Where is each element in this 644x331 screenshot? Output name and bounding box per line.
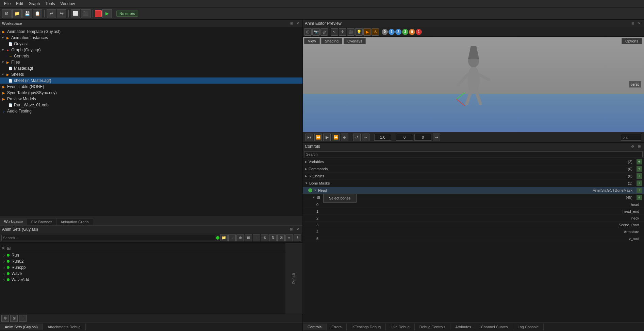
controls-expand-icon[interactable]: ⊞ (637, 144, 642, 149)
bottom-tab-iktestings[interactable]: IKTestings Debug (347, 324, 386, 330)
anim-sets-extra-btn[interactable]: ≡ (285, 234, 293, 241)
commands-add-btn[interactable]: + (637, 166, 642, 172)
pb-end-btn[interactable]: ⏭ (341, 134, 348, 141)
menu-graph[interactable]: Graph (26, 1, 43, 7)
anim-sets-grid-btn[interactable]: :: (253, 234, 260, 241)
pb-search-input[interactable] (621, 134, 641, 141)
undo-button[interactable]: ↩ (47, 9, 56, 18)
ctrl-row-bone-2[interactable]: 2 neck (303, 215, 644, 222)
paste-button[interactable]: ⬛ (81, 9, 90, 18)
anim-item-runcpp[interactable]: ▷ Runcpp (0, 264, 285, 271)
viewport-options-btn[interactable]: Options (622, 38, 642, 44)
anim-icon-3[interactable]: ⋮ (19, 315, 27, 322)
anim-sets-merge-btn[interactable]: ⊗ (261, 234, 268, 241)
menu-tools[interactable]: Tools (43, 1, 57, 7)
anim-sets-remove-btn[interactable]: ⊞ (245, 234, 252, 241)
anim-sets-expand-icon[interactable]: ⊞ (288, 227, 294, 232)
ctrl-row-bone-masks[interactable]: ▼ Bone Masks (1) + (303, 180, 644, 187)
tree-item-master-agf[interactable]: 📄 Master.agf (0, 65, 302, 71)
ctrl-row-variables[interactable]: ▶ Variables (2) + (303, 158, 644, 166)
vp-move-icon[interactable]: ✛ (339, 28, 346, 36)
ctrl-row-commands[interactable]: ▶ Commands (0) + (303, 166, 644, 173)
ctrl-row-bone-4[interactable]: 4 Armature (303, 228, 644, 235)
viewport-view-btn[interactable]: View (304, 38, 320, 44)
anim-close-btn[interactable]: ✕ (1, 245, 5, 251)
anim-item-run[interactable]: ▷ Run (0, 252, 285, 258)
redo-button[interactable]: ↪ (57, 9, 66, 18)
tab-workspace[interactable]: Workspace (0, 218, 27, 225)
anim-grid-icon[interactable]: ⊞ (7, 245, 11, 251)
bl-add-btn[interactable]: + (637, 195, 642, 200)
vp-num-2[interactable]: 2 (395, 29, 401, 35)
ik-chains-add-btn[interactable]: + (637, 173, 642, 179)
anim-tab-attachments[interactable]: Attachments Debug (43, 324, 86, 330)
vp-num-3[interactable]: 3 (402, 29, 408, 35)
save-as-button[interactable]: 📋 (33, 9, 42, 18)
viewport-shading-btn[interactable]: Shading (321, 38, 342, 44)
anim-item-run02[interactable]: ▷ Run02 (0, 258, 285, 264)
vp-select-icon[interactable]: ↖ (331, 28, 338, 36)
anim-tab-anim-sets[interactable]: Anim Sets (Guy.asi) (0, 324, 43, 330)
head-add-btn[interactable]: + (637, 188, 642, 193)
anim-sets-extra2-btn[interactable]: ⋮ (294, 234, 301, 241)
bottom-tab-errors[interactable]: Errors (327, 324, 347, 330)
workspace-close-icon[interactable]: ✕ (295, 21, 300, 26)
anim-sets-close-icon[interactable]: ✕ (295, 227, 300, 232)
tree-item-sheet-master[interactable]: 📄 sheet (in Master.agf) (0, 77, 302, 84)
bottom-tab-live-debug[interactable]: Live Debug (386, 324, 415, 330)
bone-masks-add-btn[interactable]: + (637, 180, 642, 186)
tree-item-sheets[interactable]: ▼ ▶ Sheets (0, 71, 302, 77)
tree-item-preview-models[interactable]: ▶ Preview Models (0, 96, 302, 102)
copy-button[interactable]: ⬜ (71, 9, 80, 18)
vp-warn-icon[interactable]: ⚠ (371, 28, 379, 36)
tab-file-browser[interactable]: File Browser (27, 218, 56, 225)
vp-num-red[interactable]: 1 (416, 29, 422, 35)
anim-sets-search[interactable] (1, 235, 215, 241)
variables-add-btn[interactable]: + (637, 159, 642, 164)
ctrl-row-ik-chains[interactable]: ▶ Ik Chains (0) + (303, 173, 644, 180)
tree-item-files[interactable]: ▼ ▶ Files (0, 59, 302, 65)
tree-item-animation-instances[interactable]: ▼ ▶ Animation Instances (0, 35, 302, 41)
viewport-overlays-btn[interactable]: Overlays (344, 38, 366, 44)
pb-speed-input[interactable] (374, 134, 391, 141)
tree-item-animation-template[interactable]: ▶ Animation Template (Guy.ast) (0, 29, 302, 35)
anim-sets-multi-btn[interactable]: ⊠ (277, 234, 285, 241)
menu-window[interactable]: Window (57, 1, 78, 7)
save-button[interactable]: 💾 (22, 9, 32, 18)
menu-file[interactable]: File (1, 1, 13, 7)
bottom-tab-controls[interactable]: Controls (303, 324, 327, 330)
bottom-tab-debug-controls[interactable]: Debug Controls (415, 324, 450, 330)
bottom-tab-attributes[interactable]: Attributes (450, 324, 476, 330)
pb-next-btn[interactable]: ⏩ (332, 134, 340, 141)
ctx-select-bones[interactable]: Select bones (324, 195, 356, 202)
tree-item-controls[interactable]: → Controls (0, 53, 302, 59)
pb-end2-btn[interactable]: ⇥ (433, 134, 440, 141)
workspace-expand-icon[interactable]: ⊞ (289, 21, 294, 26)
pb-prev-btn[interactable]: ⏪ (314, 134, 322, 141)
pb-rewind-btn[interactable]: ⏮ (306, 134, 313, 141)
anim-sets-add-btn[interactable]: + (228, 234, 236, 241)
anim-sets-folder-btn[interactable]: 📁 (220, 234, 228, 241)
vp-grid-icon[interactable]: ⊞ (304, 28, 312, 36)
tree-item-audio-testing[interactable]: ♪ Audio Testing (0, 108, 302, 114)
anim-sets-add2-btn[interactable]: ⊕ (236, 234, 244, 241)
ctrl-row-head[interactable]: ▼ Head AnimSrcGCTBoneMask + (303, 187, 644, 194)
anim-editor-close-icon[interactable]: ✕ (637, 21, 642, 26)
vp-camera-icon[interactable]: 📷 (312, 28, 320, 36)
vp-num-1[interactable]: 1 (389, 29, 395, 35)
ctrl-row-bone-5[interactable]: 5 v_root (303, 235, 644, 242)
anim-icon-1[interactable]: ⊕ (1, 315, 9, 322)
tree-item-graph[interactable]: ▼ ▲ Graph (Guy.agr) (0, 47, 302, 53)
tree-item-guy-asi[interactable]: 📄 Guy.asi (0, 41, 302, 47)
controls-search-input[interactable] (304, 151, 643, 157)
pb-play-btn[interactable]: ▶ (323, 134, 331, 141)
tree-item-sync-table[interactable]: ▶ Sync Table (guySSync.esy) (0, 90, 302, 96)
vp-num-orange[interactable]: 0 (409, 29, 415, 35)
vp-num-0[interactable]: 0 (382, 29, 388, 35)
vp-anim-icon[interactable]: ▶ (363, 28, 371, 36)
anim-icon-2[interactable]: ⊠ (10, 315, 18, 322)
anim-sets-move-btn[interactable]: ⇅ (269, 234, 277, 241)
pb-pos2-input[interactable] (414, 134, 431, 141)
new-button[interactable]: 🗎 (2, 9, 12, 18)
anim-editor-expand-icon[interactable]: ⊞ (630, 21, 635, 26)
